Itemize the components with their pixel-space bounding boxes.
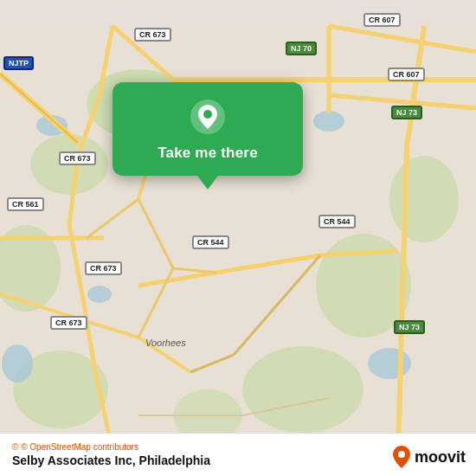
road-label-cr673-lower: CR 673 bbox=[85, 261, 122, 275]
road-label-cr607-top-right: CR 607 bbox=[363, 13, 401, 27]
road-label-nj73-top: NJ 73 bbox=[391, 106, 422, 119]
svg-point-5 bbox=[389, 156, 459, 242]
road-label-cr673-bottom: CR 673 bbox=[50, 316, 87, 330]
road-label-cr673-mid: CR 673 bbox=[59, 151, 96, 165]
copyright-symbol: © bbox=[12, 442, 18, 452]
road-label-nj73-bottom: NJ 73 bbox=[394, 320, 425, 334]
svg-point-11 bbox=[368, 348, 411, 379]
map-popup[interactable]: Take me there bbox=[113, 82, 303, 176]
road-label-cr544-center: CR 544 bbox=[192, 235, 229, 249]
moovit-logo: moovit bbox=[392, 445, 466, 469]
svg-point-13 bbox=[2, 344, 33, 383]
road-label-njtp: NJTP bbox=[3, 56, 34, 70]
road-label-nj70: NJ 70 bbox=[286, 42, 317, 55]
svg-point-35 bbox=[398, 451, 405, 458]
svg-point-10 bbox=[87, 286, 112, 303]
road-label-cr561: CR 561 bbox=[7, 197, 44, 211]
place-label-voorhees: Voorhees bbox=[145, 338, 186, 348]
svg-point-34 bbox=[203, 110, 212, 119]
attribution-label: © OpenStreetMap contributors bbox=[21, 442, 138, 452]
popup-label: Take me there bbox=[158, 145, 258, 162]
location-pin-icon bbox=[189, 98, 227, 136]
road-label-cr607-right: CR 607 bbox=[388, 68, 425, 81]
map-container: CR 673 CR 607 CR 607 CR 673 CR 673 CR 67… bbox=[0, 0, 476, 476]
moovit-pin-icon bbox=[392, 445, 411, 469]
svg-point-6 bbox=[242, 346, 363, 433]
svg-point-12 bbox=[313, 111, 344, 132]
road-label-cr544-right: CR 544 bbox=[318, 215, 356, 228]
road-label-cr673-top: CR 673 bbox=[134, 28, 171, 42]
moovit-text: moovit bbox=[415, 448, 466, 466]
